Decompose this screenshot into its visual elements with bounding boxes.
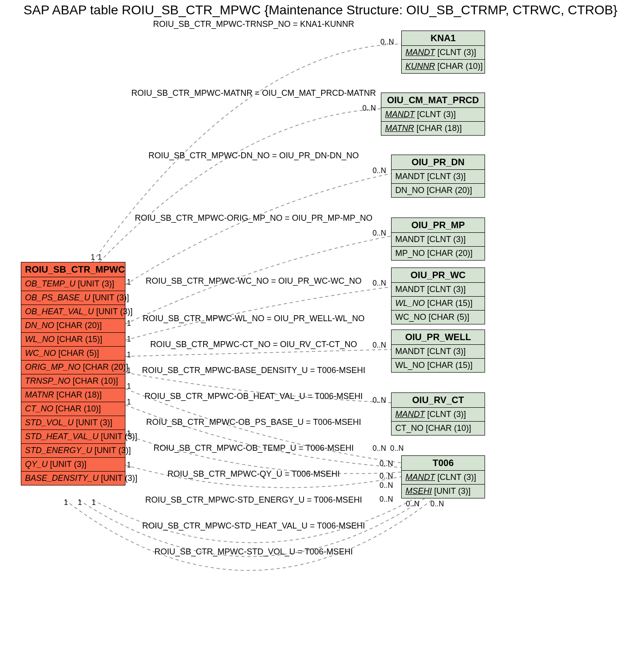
field-mandt: MANDT [CLNT (3)] [392,170,485,184]
field-wc_no: WC_NO [CHAR (5)] [21,347,125,361]
cardinality-label: 1 [78,498,82,507]
field-mandt: MANDT [CLNT (3)] [392,345,485,359]
field-mandt: MANDT [CLNT (3)] [392,408,485,422]
field-kunnr: KUNNR [CHAR (10)] [402,60,485,73]
field-orig_mp_no: ORIG_MP_NO [CHAR (20)] [21,361,125,374]
field-mandt: MANDT [CLNT (3)] [402,46,485,60]
field-msehi: MSEHI [UNIT (3)] [402,485,485,498]
cardinality-label: 0..N [373,279,386,287]
entity-kna1: KNA1MANDT [CLNT (3)]KUNNR [CHAR (10)] [401,31,485,74]
relationship-label: ROIU_SB_CTR_MPWC-MATNR = OIU_CM_MAT_PRCD… [131,88,376,98]
cardinality-label: 0..N [430,500,444,508]
field-qy_u: QY_U [UNIT (3)] [21,458,125,472]
cardinality-label: 0..N [373,396,386,404]
entity-header: T006 [402,456,485,471]
field-mandt: MANDT [CLNT (3)] [381,108,485,122]
cardinality-label: 1 [127,367,131,375]
entity-header: OIU_PR_MP [392,218,485,233]
field-wl_no: WL_NO [CHAR (15)] [392,359,485,372]
field-wl_no: WL_NO [CHAR (15)] [21,333,125,347]
entity-oiu_cm_mat_prcd: OIU_CM_MAT_PRCDMANDT [CLNT (3)]MATNR [CH… [381,93,485,136]
entity-header: OIU_CM_MAT_PRCD [381,93,485,108]
field-mandt: MANDT [CLNT (3)] [392,233,485,247]
entity-oiu_pr_well: OIU_PR_WELLMANDT [CLNT (3)]WL_NO [CHAR (… [391,330,485,373]
cardinality-label: 0..N [373,341,386,349]
cardinality-label: 1 [127,461,131,469]
field-mandt: MANDT [CLNT (3)] [402,471,485,485]
field-ct_no: CT_NO [CHAR (10)] [21,402,125,416]
field-dn_no: DN_NO [CHAR (20)] [21,319,125,333]
field-mandt: MANDT [CLNT (3)] [392,283,485,297]
cardinality-label: 0..N [373,167,386,175]
cardinality-label: 1 [127,319,131,328]
relationship-label: ROIU_SB_CTR_MPWC-ORIG_MP_NO = OIU_PR_MP-… [135,213,373,223]
field-matnr: MATNR [CHAR (18)] [381,122,485,135]
cardinality-label: 1 [91,253,95,261]
relationship-label: ROIU_SB_CTR_MPWC-STD_HEAT_VAL_U = T006-M… [142,521,365,531]
relationship-label: ROIU_SB_CTR_MPWC-OB_PS_BASE_U = T006-MSE… [146,417,361,427]
relationship-label: ROIU_SB_CTR_MPWC-STD_ENERGY_U = T006-MSE… [145,495,362,505]
field-mp_no: MP_NO [CHAR (20)] [392,247,485,260]
entity-header: KNA1 [402,31,485,46]
relationship-label: ROIU_SB_CTR_MPWC-STD_VOL_U = T006-MSEHI [155,547,353,557]
field-ob_heat_val_u: OB_HEAT_VAL_U [UNIT (3)] [21,305,125,319]
field-wc_no: WC_NO [CHAR (5)] [392,311,485,324]
cardinality-label: 1 [98,253,102,261]
entity-header: OIU_PR_WELL [392,330,485,345]
cardinality-label: 0..N [373,444,386,453]
entity-header: OIU_PR_DN [392,155,485,170]
cardinality-label: 0..N [373,229,386,237]
cardinality-label: 0..N [380,460,393,468]
relationship-label: ROIU_SB_CTR_MPWC-BASE_DENSITY_U = T006-M… [142,366,365,375]
field-dn_no: DN_NO [CHAR (20)] [392,184,485,197]
cardinality-label: 1 [127,278,131,286]
relationship-label: ROIU_SB_CTR_MPWC-WL_NO = OIU_PR_WELL-WL_… [143,314,365,324]
entity-oiu_rv_ct: OIU_RV_CTMANDT [CLNT (3)]CT_NO [CHAR (10… [391,392,485,436]
field-ob_ps_base_u: OB_PS_BASE_U [UNIT (3)] [21,291,125,305]
cardinality-label: 0..N [380,481,393,490]
cardinality-label: 1 [92,498,96,507]
cardinality-label: 1 [127,382,131,391]
entity-oiu_pr_mp: OIU_PR_MPMANDT [CLNT (3)]MP_NO [CHAR (20… [391,218,485,261]
cardinality-label: 1 [127,429,131,438]
entity-header: OIU_PR_WC [392,268,485,283]
cardinality-label: 0..N [362,104,376,112]
relationship-label: ROIU_SB_CTR_MPWC-QY_U = T006-MSEHI [168,469,340,479]
entity-oiu_pr_wc: OIU_PR_WCMANDT [CLNT (3)]WL_NO [CHAR (15… [391,268,485,324]
entity-oiu_pr_dn: OIU_PR_DNMANDT [CLNT (3)]DN_NO [CHAR (20… [391,155,485,198]
entity-header: OIU_RV_CT [392,393,485,408]
field-ob_temp_u: OB_TEMP_U [UNIT (3)] [21,277,125,291]
cardinality-label: 0..N [390,444,404,453]
cardinality-label: 0..N [380,495,393,504]
cardinality-label: 0..N [406,500,419,508]
cardinality-label: 1 [127,335,131,343]
diagram-title: SAP ABAP table ROIU_SB_CTR_MPWC {Mainten… [0,3,641,18]
entity-header: ROIU_SB_CTR_MPWC [21,262,125,277]
field-std_energy_u: STD_ENERGY_U [UNIT (3)] [21,444,125,458]
field-matnr: MATNR [CHAR (18)] [21,388,125,402]
relationship-label: ROIU_SB_CTR_MPWC-DN_NO = OIU_PR_DN-DN_NO [149,151,359,161]
field-trnsp_no: TRNSP_NO [CHAR (10)] [21,374,125,388]
cardinality-label: 1 [127,351,131,359]
field-base_density_u: BASE_DENSITY_U [UNIT (3)] [21,472,125,485]
field-wl_no: WL_NO [CHAR (15)] [392,297,485,311]
field-std_vol_u: STD_VOL_U [UNIT (3)] [21,416,125,430]
field-ct_no: CT_NO [CHAR (10)] [392,422,485,435]
cardinality-label: 1 [127,398,131,406]
relationship-label: ROIU_SB_CTR_MPWC-OB_TEMP_U = T006-MSEHI [154,443,354,453]
relationship-label: ROIU_SB_CTR_MPWC-OB_HEAT_VAL_U = T006-MS… [144,392,363,401]
relationship-label: ROIU_SB_CTR_MPWC-CT_NO = OIU_RV_CT-CT_NO [150,340,357,349]
entity-roiu-sb-ctr-mpwc: ROIU_SB_CTR_MPWC OB_TEMP_U [UNIT (3)]OB_… [21,262,125,485]
relationship-label: ROIU_SB_CTR_MPWC-TRNSP_NO = KNA1-KUNNR [153,19,355,29]
cardinality-label: 0..N [380,38,394,46]
field-std_heat_val_u: STD_HEAT_VAL_U [UNIT (3)] [21,430,125,444]
cardinality-label: 0..N [380,472,393,480]
cardinality-label: 1 [64,498,68,507]
relationship-label: ROIU_SB_CTR_MPWC-WC_NO = OIU_PR_WC-WC_NO [146,276,362,286]
entity-t006: T006MANDT [CLNT (3)]MSEHI [UNIT (3)] [401,455,485,498]
